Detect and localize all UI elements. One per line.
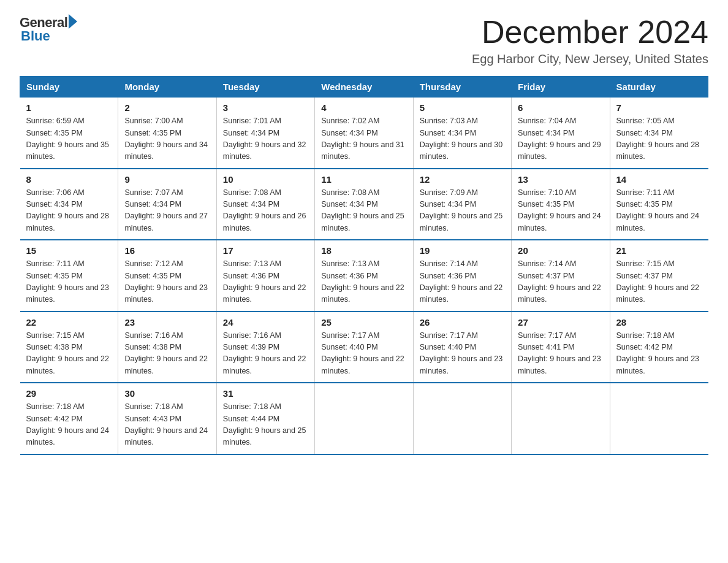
week-row-4: 22 Sunrise: 7:15 AMSunset: 4:38 PMDaylig… xyxy=(20,312,708,383)
day-cell: 9 Sunrise: 7:07 AMSunset: 4:34 PMDayligh… xyxy=(118,169,216,240)
day-cell: 1 Sunrise: 6:59 AMSunset: 4:35 PMDayligh… xyxy=(20,98,118,169)
logo-arrow-icon xyxy=(69,14,77,29)
day-cell xyxy=(512,383,610,454)
weekday-header-wednesday: Wednesday xyxy=(315,77,413,98)
day-cell: 3 Sunrise: 7:01 AMSunset: 4:34 PMDayligh… xyxy=(216,98,314,169)
day-info: Sunrise: 7:11 AMSunset: 4:35 PMDaylight:… xyxy=(616,187,702,235)
day-cell xyxy=(610,383,708,454)
day-info: Sunrise: 7:14 AMSunset: 4:37 PMDaylight:… xyxy=(518,258,603,306)
day-cell: 4 Sunrise: 7:02 AMSunset: 4:34 PMDayligh… xyxy=(315,98,413,169)
weekday-header-friday: Friday xyxy=(512,77,610,98)
day-number: 13 xyxy=(518,174,603,185)
day-cell: 26 Sunrise: 7:17 AMSunset: 4:40 PMDaylig… xyxy=(413,312,511,383)
day-info: Sunrise: 7:13 AMSunset: 4:36 PMDaylight:… xyxy=(223,258,308,306)
day-cell: 21 Sunrise: 7:15 AMSunset: 4:37 PMDaylig… xyxy=(610,240,708,312)
day-number: 23 xyxy=(124,317,210,327)
day-info: Sunrise: 7:17 AMSunset: 4:40 PMDaylight:… xyxy=(321,330,406,378)
day-number: 18 xyxy=(321,245,406,256)
title-area: December 2024 Egg Harbor City, New Jerse… xyxy=(472,15,708,66)
day-info: Sunrise: 7:16 AMSunset: 4:38 PMDaylight:… xyxy=(124,330,210,378)
logo: General Blue xyxy=(20,15,77,44)
day-number: 11 xyxy=(321,174,406,185)
day-cell: 23 Sunrise: 7:16 AMSunset: 4:38 PMDaylig… xyxy=(118,312,216,383)
day-cell: 28 Sunrise: 7:18 AMSunset: 4:42 PMDaylig… xyxy=(610,312,708,383)
day-info: Sunrise: 7:18 AMSunset: 4:42 PMDaylight:… xyxy=(616,330,702,378)
day-number: 21 xyxy=(616,245,702,256)
day-info: Sunrise: 7:18 AMSunset: 4:44 PMDaylight:… xyxy=(223,401,308,449)
day-info: Sunrise: 7:18 AMSunset: 4:42 PMDaylight:… xyxy=(26,401,112,449)
day-cell: 12 Sunrise: 7:09 AMSunset: 4:34 PMDaylig… xyxy=(413,169,511,240)
day-info: Sunrise: 7:08 AMSunset: 4:34 PMDaylight:… xyxy=(321,187,406,235)
day-info: Sunrise: 7:13 AMSunset: 4:36 PMDaylight:… xyxy=(321,258,406,306)
day-cell: 31 Sunrise: 7:18 AMSunset: 4:44 PMDaylig… xyxy=(216,383,314,454)
day-number: 22 xyxy=(26,317,112,327)
day-cell: 29 Sunrise: 7:18 AMSunset: 4:42 PMDaylig… xyxy=(20,383,118,454)
day-info: Sunrise: 7:05 AMSunset: 4:34 PMDaylight:… xyxy=(616,115,702,163)
weekday-header-monday: Monday xyxy=(118,77,216,98)
day-number: 5 xyxy=(420,102,505,113)
day-cell: 14 Sunrise: 7:11 AMSunset: 4:35 PMDaylig… xyxy=(610,169,708,240)
day-info: Sunrise: 7:07 AMSunset: 4:34 PMDaylight:… xyxy=(124,187,210,235)
calendar-table: SundayMondayTuesdayWednesdayThursdayFrid… xyxy=(20,76,708,455)
day-info: Sunrise: 7:00 AMSunset: 4:35 PMDaylight:… xyxy=(124,115,210,163)
day-number: 14 xyxy=(616,174,702,185)
logo-blue-text: Blue xyxy=(21,28,50,44)
day-cell: 15 Sunrise: 7:11 AMSunset: 4:35 PMDaylig… xyxy=(20,240,118,312)
day-number: 29 xyxy=(26,388,112,399)
day-number: 2 xyxy=(124,102,210,113)
day-cell: 7 Sunrise: 7:05 AMSunset: 4:34 PMDayligh… xyxy=(610,98,708,169)
day-cell xyxy=(413,383,511,454)
day-number: 15 xyxy=(26,245,112,256)
day-cell: 19 Sunrise: 7:14 AMSunset: 4:36 PMDaylig… xyxy=(413,240,511,312)
day-number: 9 xyxy=(124,174,210,185)
day-info: Sunrise: 7:17 AMSunset: 4:40 PMDaylight:… xyxy=(420,330,505,378)
day-cell: 11 Sunrise: 7:08 AMSunset: 4:34 PMDaylig… xyxy=(315,169,413,240)
week-row-5: 29 Sunrise: 7:18 AMSunset: 4:42 PMDaylig… xyxy=(20,383,708,454)
day-number: 12 xyxy=(420,174,505,185)
day-number: 30 xyxy=(124,388,210,399)
weekday-header-tuesday: Tuesday xyxy=(216,77,314,98)
day-cell: 13 Sunrise: 7:10 AMSunset: 4:35 PMDaylig… xyxy=(512,169,610,240)
day-cell: 10 Sunrise: 7:08 AMSunset: 4:34 PMDaylig… xyxy=(216,169,314,240)
day-number: 7 xyxy=(616,102,702,113)
day-number: 17 xyxy=(223,245,308,256)
day-cell: 16 Sunrise: 7:12 AMSunset: 4:35 PMDaylig… xyxy=(118,240,216,312)
day-number: 10 xyxy=(223,174,308,185)
week-row-2: 8 Sunrise: 7:06 AMSunset: 4:34 PMDayligh… xyxy=(20,169,708,240)
day-cell: 2 Sunrise: 7:00 AMSunset: 4:35 PMDayligh… xyxy=(118,98,216,169)
day-cell: 20 Sunrise: 7:14 AMSunset: 4:37 PMDaylig… xyxy=(512,240,610,312)
day-info: Sunrise: 7:03 AMSunset: 4:34 PMDaylight:… xyxy=(420,115,505,163)
weekday-header-saturday: Saturday xyxy=(610,77,708,98)
day-cell: 5 Sunrise: 7:03 AMSunset: 4:34 PMDayligh… xyxy=(413,98,511,169)
day-number: 16 xyxy=(124,245,210,256)
weekday-header-row: SundayMondayTuesdayWednesdayThursdayFrid… xyxy=(20,77,708,98)
day-number: 20 xyxy=(518,245,603,256)
day-info: Sunrise: 7:18 AMSunset: 4:43 PMDaylight:… xyxy=(124,401,210,449)
day-number: 8 xyxy=(26,174,112,185)
location-title: Egg Harbor City, New Jersey, United Stat… xyxy=(472,52,708,66)
day-info: Sunrise: 7:17 AMSunset: 4:41 PMDaylight:… xyxy=(518,330,603,378)
day-info: Sunrise: 7:02 AMSunset: 4:34 PMDaylight:… xyxy=(321,115,406,163)
day-number: 4 xyxy=(321,102,406,113)
day-info: Sunrise: 7:14 AMSunset: 4:36 PMDaylight:… xyxy=(420,258,505,306)
weekday-header-sunday: Sunday xyxy=(20,77,118,98)
day-number: 25 xyxy=(321,317,406,327)
day-info: Sunrise: 7:10 AMSunset: 4:35 PMDaylight:… xyxy=(518,187,603,235)
day-info: Sunrise: 7:01 AMSunset: 4:34 PMDaylight:… xyxy=(223,115,308,163)
day-info: Sunrise: 7:08 AMSunset: 4:34 PMDaylight:… xyxy=(223,187,308,235)
day-number: 28 xyxy=(616,317,702,327)
day-cell: 8 Sunrise: 7:06 AMSunset: 4:34 PMDayligh… xyxy=(20,169,118,240)
page-header: General Blue December 2024 Egg Harbor Ci… xyxy=(20,15,708,66)
day-cell: 17 Sunrise: 7:13 AMSunset: 4:36 PMDaylig… xyxy=(216,240,314,312)
weekday-header-thursday: Thursday xyxy=(413,77,511,98)
day-cell: 6 Sunrise: 7:04 AMSunset: 4:34 PMDayligh… xyxy=(512,98,610,169)
day-info: Sunrise: 7:09 AMSunset: 4:34 PMDaylight:… xyxy=(420,187,505,235)
day-cell: 27 Sunrise: 7:17 AMSunset: 4:41 PMDaylig… xyxy=(512,312,610,383)
day-info: Sunrise: 7:12 AMSunset: 4:35 PMDaylight:… xyxy=(124,258,210,306)
day-cell: 22 Sunrise: 7:15 AMSunset: 4:38 PMDaylig… xyxy=(20,312,118,383)
day-number: 24 xyxy=(223,317,308,327)
day-number: 27 xyxy=(518,317,603,327)
day-info: Sunrise: 6:59 AMSunset: 4:35 PMDaylight:… xyxy=(26,115,112,163)
day-info: Sunrise: 7:04 AMSunset: 4:34 PMDaylight:… xyxy=(518,115,603,163)
week-row-1: 1 Sunrise: 6:59 AMSunset: 4:35 PMDayligh… xyxy=(20,98,708,169)
